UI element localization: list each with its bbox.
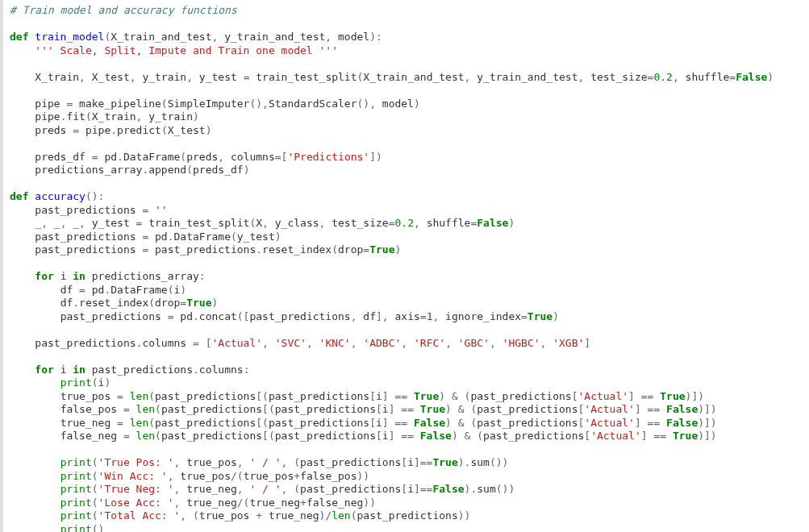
comment-head: # Train model and accuracy functions bbox=[10, 4, 237, 16]
fn-train-model: train_model bbox=[35, 31, 104, 43]
docstring-train: ''' Scale, Split, Impute and Train one m… bbox=[35, 44, 338, 56]
code-block: # Train model and accuracy functions def… bbox=[0, 0, 809, 532]
kw-def: def bbox=[10, 31, 28, 43]
fn-accuracy: accuracy bbox=[35, 190, 85, 202]
param-ytt: y_train_and_test bbox=[224, 31, 325, 43]
param-xtt: X_train_and_test bbox=[111, 31, 211, 43]
param-model: model bbox=[338, 31, 369, 43]
